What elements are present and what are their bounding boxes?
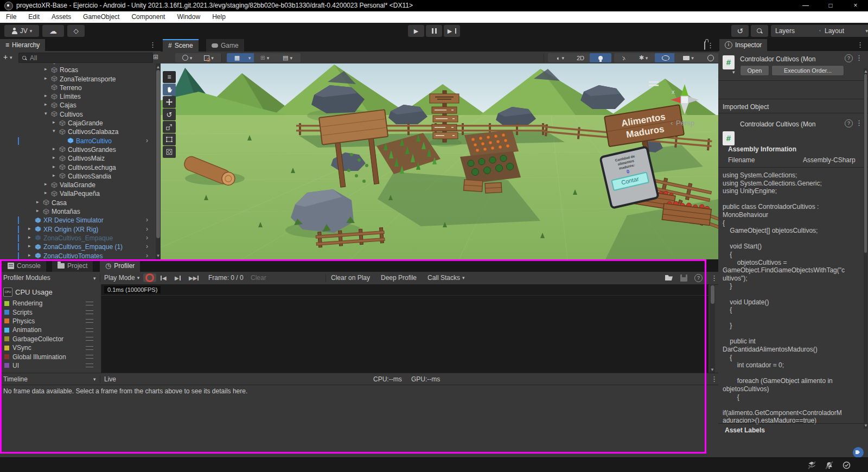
chart-scrollbar[interactable]: ▼ (710, 284, 715, 373)
lock-icon[interactable] (704, 41, 705, 50)
drag-handle-icon[interactable] (86, 355, 93, 359)
snap-settings-button[interactable]: ⊞ ▾ (254, 53, 276, 62)
menu-item-file[interactable]: File (0, 11, 22, 22)
pause-button[interactable] (426, 25, 442, 37)
drag-handle-icon[interactable] (86, 319, 93, 323)
shading-mode-dropdown[interactable]: ◐ ▾ (548, 53, 573, 62)
foldout-icon[interactable]: ▸ (36, 199, 39, 205)
profiler-modules-dropdown[interactable]: Profiler Modules (3, 272, 50, 284)
legend-item-scripts[interactable]: Scripts (0, 308, 101, 316)
component-menu-icon[interactable]: ⋮ (856, 54, 863, 62)
play-button[interactable]: ▶ (408, 25, 424, 37)
2d-toggle-button[interactable]: 2D (571, 53, 590, 62)
foldout-icon[interactable]: ▸ (44, 101, 47, 107)
scene-visibility-button[interactable] (655, 53, 676, 62)
drag-handle-icon[interactable] (86, 337, 93, 341)
maximize-button[interactable]: □ (818, 0, 843, 11)
execution-order-button[interactable]: Execution Order... (771, 65, 844, 76)
tool-settings-dropdown[interactable]: ▾ (175, 53, 199, 62)
foldout-icon[interactable]: ▸ (53, 146, 55, 151)
rect-tool-button[interactable] (163, 133, 176, 145)
load-profile-button[interactable] (665, 272, 673, 284)
hierarchy-item-rocas[interactable]: ▸Rocas (0, 66, 156, 74)
menu-item-assets[interactable]: Assets (46, 11, 77, 22)
legend-item-physics[interactable]: Physics (0, 317, 101, 326)
panel-menu-icon[interactable]: ⋮ (149, 41, 156, 49)
hierarchy-item-barrocultivo[interactable]: BarroCultivo› (0, 137, 156, 145)
foldout-icon[interactable]: ▾ (44, 111, 47, 116)
minimize-button[interactable]: — (793, 0, 818, 11)
hierarchy-item-cultivos[interactable]: ▾Cultivos (0, 110, 156, 119)
help-icon[interactable]: ? (845, 119, 853, 127)
chevron-down-icon[interactable]: ▾ (10, 55, 12, 60)
rotate-tool-button[interactable]: ↺ (163, 109, 176, 120)
panel-menu-icon[interactable]: ⋮ (707, 41, 714, 49)
foldout-icon[interactable]: ▸ (28, 252, 31, 258)
tab-scene[interactable]: # Scene (163, 39, 199, 52)
next-frame-button[interactable]: ▶ (175, 272, 181, 284)
hierarchy-item-zonacultivos-empaque[interactable]: ▸ZonaCultivos_Empaque› (0, 234, 156, 243)
foldout-icon[interactable]: ▸ (28, 234, 31, 240)
clear-on-play-toggle[interactable]: Clear on Play (331, 272, 370, 284)
prefab-open-chevron[interactable]: › (146, 234, 148, 241)
foldout-icon[interactable]: ▸ (53, 173, 55, 178)
menu-item-gameobject[interactable]: GameObject (77, 11, 125, 22)
foldout-icon[interactable]: ▸ (53, 164, 55, 169)
close-button[interactable]: × (843, 0, 868, 11)
move-tool-button[interactable] (163, 96, 176, 108)
hierarchy-item-cultivossandia[interactable]: ▸CultivosSandia (0, 172, 156, 181)
legend-item-rendering[interactable]: Rendering (0, 299, 101, 308)
hierarchy-item-zonacultivos-empaque-1-[interactable]: ▸ZonaCultivos_Empaque (1)› (0, 243, 156, 251)
foldout-icon[interactable]: ▸ (53, 155, 55, 160)
hierarchy-item-montañas[interactable]: ▸Montañas (0, 207, 156, 216)
legend-item-global-illumination[interactable]: Global Illumination (0, 352, 101, 361)
hierarchy-item-casa[interactable]: ▸Casa (0, 199, 156, 207)
help-button[interactable]: ? (694, 272, 703, 284)
hierarchy-item-cultivosmaiz[interactable]: ▸CultivosMaiz (0, 154, 156, 163)
menu-item-edit[interactable]: Edit (22, 11, 46, 22)
collab-layers-muted-icon[interactable] (808, 461, 816, 469)
foldout-icon[interactable]: ▸ (44, 75, 47, 81)
scroll-up-icon[interactable]: ▲ (864, 69, 867, 74)
cloud-button[interactable]: ☁ (42, 25, 64, 37)
layers-dropdown[interactable]: Layers ▾ (771, 25, 826, 37)
call-stacks-dropdown[interactable]: Call Stacks ▾ (427, 272, 465, 284)
menu-item-window[interactable]: Window (171, 11, 206, 22)
foldout-icon[interactable]: ▾ (53, 128, 55, 133)
camera-dropdown[interactable]: ▾ (674, 53, 703, 62)
details-view-dropdown[interactable]: Timeline (3, 373, 28, 385)
legend-item-vsync[interactable]: VSync (0, 343, 101, 352)
foldout-icon[interactable]: ▾ (732, 69, 735, 75)
legend-item-garbagecollector[interactable]: GarbageCollector (0, 335, 101, 343)
scene-lighting-button[interactable] (590, 53, 611, 62)
scene-viewport[interactable]: Alimentos Maduros y x (161, 63, 718, 259)
step-button[interactable]: ▶ (444, 25, 460, 37)
legend-item-animation[interactable]: Animation (0, 326, 101, 334)
hierarchy-item-zonateletransporte[interactable]: ▸ZonaTeletransporte (0, 75, 156, 84)
scroll-down-icon[interactable]: ▼ (156, 253, 161, 258)
snap-increment-dropdown[interactable]: ▤ ▾ (275, 53, 301, 62)
search-button[interactable] (751, 25, 768, 37)
prefab-open-chevron[interactable]: › (146, 243, 148, 250)
scale-tool-button[interactable] (163, 121, 176, 133)
drag-handle-icon[interactable] (86, 302, 93, 305)
drag-handle-icon[interactable] (86, 328, 93, 332)
tools-overlay-menu[interactable]: ≡ (163, 71, 176, 83)
component-menu-icon[interactable]: ⋮ (856, 119, 863, 127)
scroll-up-icon[interactable]: ▲ (156, 65, 161, 69)
prev-frame-button[interactable]: ◀ (161, 272, 167, 284)
asset-label-tag-button[interactable] (853, 447, 864, 458)
hierarchy-item-cultivosgrandes[interactable]: ▸CultivosGrandes (0, 145, 156, 154)
drag-handle-icon[interactable] (86, 363, 93, 367)
clear-button[interactable]: Clear (251, 272, 266, 284)
hierarchy-item-vallapequeña[interactable]: ▸VallaPequeña (0, 189, 156, 198)
hierarchy-item-zonacultivotomates[interactable]: ▸ZonaCultivoTomates› (0, 252, 156, 259)
tab-inspector[interactable]: i Inspector (719, 39, 767, 51)
drag-handle-icon[interactable] (86, 346, 93, 350)
foldout-icon[interactable]: ▸ (44, 93, 47, 98)
foldout-icon[interactable]: ▸ (44, 181, 47, 187)
foldout-icon[interactable]: ▸ (36, 208, 39, 213)
prefab-open-chevron[interactable]: › (146, 225, 148, 233)
foldout-icon[interactable]: ▸ (44, 190, 47, 195)
scroll-down-icon[interactable]: ▼ (710, 367, 715, 372)
